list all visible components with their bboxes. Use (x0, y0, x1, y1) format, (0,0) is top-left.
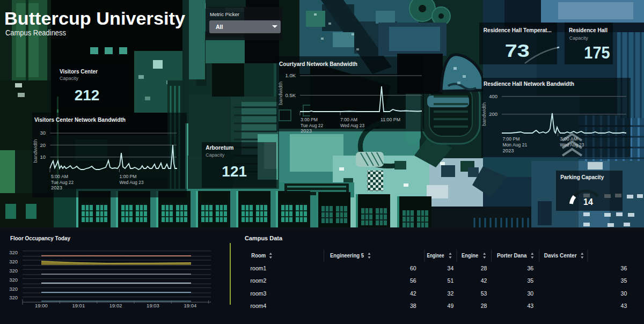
svg-text:28: 28 (481, 265, 487, 271)
svg-text:200: 200 (489, 111, 497, 117)
svg-text:320: 320 (9, 294, 18, 300)
svg-text:42: 42 (481, 277, 487, 284)
svg-text:30: 30 (527, 290, 533, 297)
svg-text:43: 43 (527, 303, 533, 309)
svg-text:room1: room1 (251, 265, 267, 271)
svg-text:49: 49 (448, 303, 454, 309)
svg-text:14: 14 (583, 197, 593, 207)
svg-text:320: 320 (9, 249, 18, 255)
svg-text:room3: room3 (251, 290, 267, 297)
svg-text:36: 36 (527, 265, 533, 271)
svg-text:Arboretum: Arboretum (206, 144, 233, 151)
svg-text:Floor Occupancy Today: Floor Occupancy Today (10, 235, 71, 241)
svg-text:Tue Aug 22: Tue Aug 22 (51, 179, 74, 185)
svg-text:Residence Hall Temperat...: Residence Hall Temperat... (484, 27, 552, 33)
svg-text:7:00 AM: 7:00 AM (340, 116, 357, 122)
svg-text:60: 60 (410, 265, 416, 271)
svg-text:Tue Aug 22: Tue Aug 22 (301, 122, 323, 128)
svg-text:19:04: 19:04 (184, 303, 197, 308)
svg-text:Buttercup University: Buttercup University (4, 9, 186, 28)
svg-text:bandwidth: bandwidth (33, 139, 39, 163)
svg-text:2023: 2023 (301, 128, 312, 134)
svg-text:7:00 PM: 7:00 PM (502, 136, 519, 142)
svg-text:320: 320 (9, 277, 18, 283)
svg-text:2023: 2023 (502, 148, 514, 153)
svg-text:Courtyard Network Bandwidth: Courtyard Network Bandwidth (279, 61, 357, 67)
svg-text:73: 73 (505, 40, 530, 61)
svg-text:Room: Room (251, 252, 266, 259)
svg-text:Metric Picker: Metric Picker (210, 11, 239, 17)
svg-text:19:02: 19:02 (109, 303, 122, 308)
svg-text:room2: room2 (251, 277, 267, 284)
svg-text:5:00 AM: 5:00 AM (51, 173, 68, 179)
svg-text:Wed Aug 23: Wed Aug 23 (560, 142, 584, 148)
svg-text:3:00 AM: 3:00 AM (560, 136, 577, 142)
svg-text:Wed Aug 23: Wed Aug 23 (120, 179, 144, 185)
svg-text:Capacity: Capacity (569, 35, 588, 41)
svg-text:Enginee: Enginee (427, 252, 444, 259)
svg-text:bandwidth: bandwidth (481, 102, 487, 126)
svg-text:bandwidth: bandwidth (277, 82, 283, 105)
svg-text:56: 56 (410, 277, 416, 284)
svg-text:320: 320 (9, 268, 18, 274)
svg-text:320: 320 (9, 286, 18, 292)
svg-text:28: 28 (481, 303, 487, 309)
svg-text:Capacity: Capacity (206, 152, 224, 158)
svg-text:1.0K: 1.0K (285, 72, 296, 78)
svg-text:Resdience Hall Network Bandwid: Resdience Hall Network Bandwidth (484, 80, 574, 87)
svg-text:Engine: Engine (462, 252, 478, 259)
svg-text:Capacity: Capacity (60, 75, 78, 81)
svg-text:19:03: 19:03 (147, 303, 159, 308)
svg-text:32: 32 (448, 290, 454, 297)
svg-text:320: 320 (9, 259, 18, 264)
svg-text:2023: 2023 (51, 185, 62, 190)
svg-text:400: 400 (489, 93, 497, 99)
svg-text:38: 38 (410, 303, 416, 309)
svg-text:11:00 PM: 11:00 PM (380, 116, 400, 122)
svg-text:121: 121 (222, 163, 247, 180)
svg-text:30: 30 (621, 290, 627, 297)
svg-text:212: 212 (75, 87, 100, 104)
svg-text:19:01: 19:01 (72, 303, 85, 308)
svg-text:1:00 PM: 1:00 PM (120, 173, 137, 179)
svg-text:Campus Data: Campus Data (245, 235, 283, 241)
svg-text:Porter Dana: Porter Dana (497, 252, 527, 259)
svg-text:Davis Center: Davis Center (544, 252, 577, 259)
svg-text:43: 43 (621, 303, 627, 309)
svg-text:19:00: 19:00 (35, 303, 48, 308)
svg-text:35: 35 (527, 277, 533, 284)
svg-text:30: 30 (40, 130, 46, 136)
svg-text:10: 10 (40, 154, 46, 160)
svg-text:35: 35 (621, 277, 627, 284)
svg-text:Engineering 5: Engineering 5 (330, 252, 364, 259)
svg-text:0.5K: 0.5K (285, 92, 296, 98)
svg-text:42: 42 (410, 290, 416, 297)
svg-text:36: 36 (621, 265, 627, 271)
svg-text:Residence Hall: Residence Hall (569, 27, 608, 33)
svg-text:Visitors Center Network Bandwi: Visitors Center Network Bandwidth (34, 116, 126, 123)
svg-text:All: All (216, 24, 223, 30)
svg-text:53: 53 (481, 290, 487, 297)
svg-text:Visitors Center: Visitors Center (60, 68, 98, 75)
svg-text:51: 51 (448, 277, 454, 284)
svg-text:Wed Aug 23: Wed Aug 23 (340, 122, 364, 128)
svg-text:175: 175 (584, 43, 610, 61)
svg-text:Campus Readiness: Campus Readiness (5, 28, 66, 37)
svg-text:room4: room4 (251, 303, 267, 309)
svg-text:3:00 PM: 3:00 PM (301, 116, 318, 122)
svg-text:Mon Aug 21: Mon Aug 21 (502, 142, 527, 148)
svg-text:Parking Capacity: Parking Capacity (560, 174, 604, 180)
svg-text:20: 20 (40, 142, 46, 148)
svg-text:34: 34 (448, 265, 454, 271)
